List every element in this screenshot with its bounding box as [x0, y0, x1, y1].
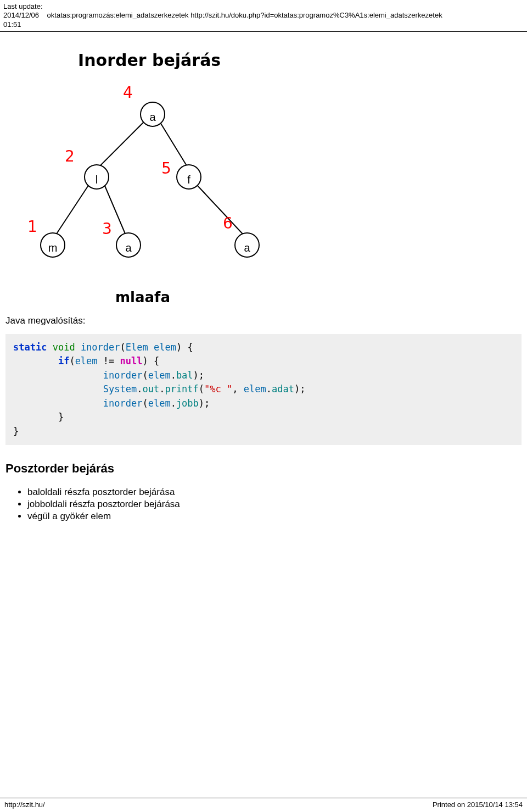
content-area: Inorder bejárás [0, 32, 527, 782]
posztorder-list: baloldali részfa posztorder bejárása job… [27, 487, 522, 522]
var-elem-4: elem [244, 383, 266, 394]
sys: System [103, 383, 137, 394]
breadcrumb: oktatas:programozás:elemi_adatszerkezete… [47, 2, 442, 20]
field-adat: adat [272, 383, 294, 394]
fmt-str: "%c " [204, 383, 232, 394]
code-block-inorder: static void inorder(Elem elem) { if(elem… [5, 334, 522, 446]
svg-line-0 [97, 121, 145, 169]
list-item: végül a gyökér elem [27, 511, 522, 522]
fn-inorder: inorder [81, 342, 120, 353]
fn-inorder-3: inorder [103, 398, 143, 409]
type-elem: Elem [126, 342, 148, 353]
kw-static: static [13, 342, 47, 353]
order-4: 4 [123, 84, 133, 102]
node-m-label: m [48, 242, 58, 254]
node-a2-label: a [125, 242, 132, 254]
tree-svg: a l f m a a [5, 41, 269, 304]
last-update-block: Last update: 2014/12/06 01:51 [3, 2, 43, 29]
last-update-time: 01:51 [3, 20, 21, 29]
order-3: 3 [102, 220, 112, 238]
node-root-label: a [149, 111, 156, 123]
page-header: Last update: 2014/12/06 01:51 oktatas:pr… [0, 0, 527, 30]
out: out [142, 383, 159, 394]
last-update-date: 2014/12/06 [3, 11, 39, 19]
kw-void: void [53, 342, 75, 353]
var-elem-2: elem [75, 355, 98, 366]
list-item: jobboldali részfa posztorder bejárása [27, 499, 522, 510]
node-a3-label: a [244, 242, 250, 254]
node-l-label: l [96, 174, 98, 186]
order-2: 2 [65, 147, 75, 165]
kw-null: null [120, 355, 143, 366]
field-bal: bal [176, 370, 193, 381]
list-item: baloldali részfa posztorder bejárása [27, 487, 522, 498]
var-elem-3: elem [148, 370, 171, 381]
order-5: 5 [161, 159, 171, 177]
svg-line-4 [197, 185, 245, 236]
order-1: 1 [27, 218, 37, 236]
printf: printf [165, 383, 198, 394]
footer-right: Printed on 2015/10/14 13:54 [433, 800, 523, 809]
footer-left: http://szit.hu/ [4, 800, 45, 809]
node-f-label: f [187, 174, 190, 186]
fn-inorder-2: inorder [103, 370, 143, 381]
order-6: 6 [223, 214, 233, 232]
kw-if: if [58, 355, 69, 366]
diagram-result: mlaafa [115, 289, 170, 305]
java-impl-label: Java megvalósítás: [5, 315, 522, 326]
var-elem: elem [154, 342, 176, 353]
page-footer: http://szit.hu/ Printed on 2015/10/14 13… [0, 798, 527, 812]
inorder-tree-diagram: Inorder bejárás [5, 41, 269, 304]
last-update-label: Last update: [3, 2, 43, 10]
diagram-title: Inorder bejárás [78, 51, 221, 70]
svg-line-2 [55, 185, 89, 236]
breadcrumb-text: oktatas:programozás:elemi_adatszerkezete… [47, 11, 442, 19]
field-jobb: jobb [176, 398, 199, 409]
posztorder-heading: Posztorder bejárás [5, 461, 522, 476]
var-elem-5: elem [148, 398, 171, 409]
